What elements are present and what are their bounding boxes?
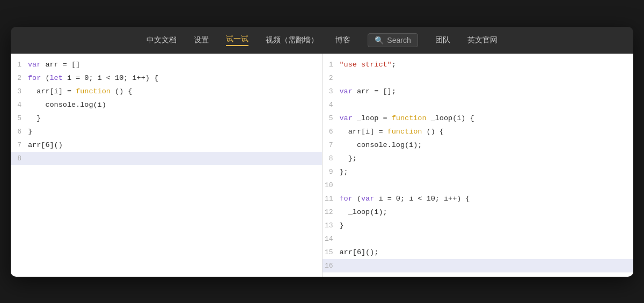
line-number: 15 [323,246,340,259]
left-code-content: 1var arr = []2for (let i = 0; i < 10; i+… [11,54,322,169]
line-code: arr[i] = function () { [340,125,634,138]
line-number: 8 [323,152,340,165]
line-code: console.log(i); [340,138,634,152]
line-number: 14 [323,232,340,246]
token-kw: for [340,195,353,203]
code-line: 7 console.log(i); [323,138,634,152]
line-code: var _loop = function _loop(i) { [340,112,634,125]
right-code-panel: 1"use strict";2 3var arr = [];4 5var _lo… [323,54,634,277]
nav-zhongwen[interactable]: 中文文档 [147,35,177,45]
line-code: } [28,112,322,125]
left-code-panel: 1var arr = []2for (let i = 0; i < 10; i+… [11,54,323,277]
line-number: 16 [323,259,340,272]
token-plain: }; [340,154,357,162]
code-line: 8 }; [323,152,634,165]
token-kw: let [50,74,63,82]
right-code-content: 1"use strict";2 3var arr = [];4 5var _lo… [323,54,634,277]
code-line: 1var arr = [] [11,58,322,71]
line-code: arr[i] = function () { [28,85,322,98]
line-number: 4 [323,98,340,112]
token-plain: ( [353,195,361,203]
line-code: }; [340,165,634,179]
line-code [340,259,634,272]
line-number: 11 [323,192,340,205]
line-code: console.log(i) [28,98,322,112]
nav-tryone[interactable]: 试一试 [226,34,248,46]
token-plain: } [340,221,344,230]
code-line: 4 console.log(i) [11,98,322,112]
token-kw: var [361,195,374,203]
line-code: arr[6](); [340,246,634,259]
line-number: 7 [323,138,340,152]
line-number: 12 [323,205,340,219]
line-code: for (var i = 0; i < 10; i++) { [340,192,634,205]
nav-blog[interactable]: 博客 [335,35,350,45]
token-fn-kw: function [387,128,422,136]
code-line: 2 [323,71,634,85]
token-plain: _loop = [353,114,392,122]
token-plain: arr[6](); [340,248,379,256]
line-code: _loop(i); [340,205,634,219]
line-number: 5 [323,112,340,125]
token-plain: _loop(i) { [427,114,474,122]
line-code: "use strict"; [340,58,634,71]
line-number: 3 [323,85,340,98]
token-plain: console.log(i) [28,101,106,109]
code-line: 5 } [11,112,322,125]
main-window: 中文文档 设置 试一试 视频（需翻墙） 博客 🔍 Search 团队 英文官网 … [11,27,633,277]
line-number: 1 [11,58,28,71]
code-line: 13} [323,219,634,232]
line-number: 13 [323,219,340,232]
line-number: 6 [323,125,340,138]
line-code: var arr = []; [340,85,634,98]
token-plain: () { [111,87,133,95]
token-plain: ; [392,61,396,69]
search-label: Search [387,36,411,45]
code-line: 11for (var i = 0; i < 10; i++) { [323,192,634,205]
code-line: 8 [11,152,322,165]
code-line: 9}; [323,165,634,179]
token-plain: _loop(i); [340,208,387,216]
line-number: 1 [323,58,340,71]
line-number: 10 [323,179,340,192]
line-number: 6 [11,125,28,138]
nav-english[interactable]: 英文官网 [467,35,497,45]
token-plain: } [28,128,32,136]
token-plain: console.log(i); [340,141,422,149]
token-fn-kw: function [76,87,111,95]
search-box[interactable]: 🔍 Search [368,33,418,47]
line-number: 5 [11,112,28,125]
code-line: 5var _loop = function _loop(i) { [323,112,634,125]
line-number: 9 [323,165,340,179]
token-kw: for [28,74,41,82]
code-line: 16 [323,259,634,272]
line-code [340,232,634,246]
line-number: 4 [11,98,28,112]
line-number: 2 [11,71,28,85]
line-code: } [340,219,634,232]
token-plain: arr[i] = [340,128,387,136]
navbar: 中文文档 设置 试一试 视频（需翻墙） 博客 🔍 Search 团队 英文官网 [11,27,633,54]
line-code [340,98,634,112]
line-code: arr[6]() [28,138,322,152]
nav-team[interactable]: 团队 [435,35,450,45]
token-plain: i = 0; i < 10; i++) { [374,195,470,203]
line-number: 3 [11,85,28,98]
line-code [340,179,634,192]
line-code: for (let i = 0; i < 10; i++) { [28,71,322,85]
line-number: 2 [323,71,340,85]
token-plain: arr = []; [353,87,396,95]
code-line: 2for (let i = 0; i < 10; i++) { [11,71,322,85]
code-line: 15arr[6](); [323,246,634,259]
code-line: 12 _loop(i); [323,205,634,219]
nav-shezhi[interactable]: 设置 [194,35,209,45]
code-line: 6} [11,125,322,138]
nav-video[interactable]: 视频（需翻墙） [266,35,318,45]
code-line: 6 arr[i] = function () { [323,125,634,138]
line-code: }; [340,152,634,165]
line-code: } [28,125,322,138]
line-number: 7 [11,138,28,152]
line-code: var arr = [] [28,58,322,71]
token-kw: var [340,87,353,95]
token-plain: i = 0; i < 10; i++) { [63,74,158,82]
